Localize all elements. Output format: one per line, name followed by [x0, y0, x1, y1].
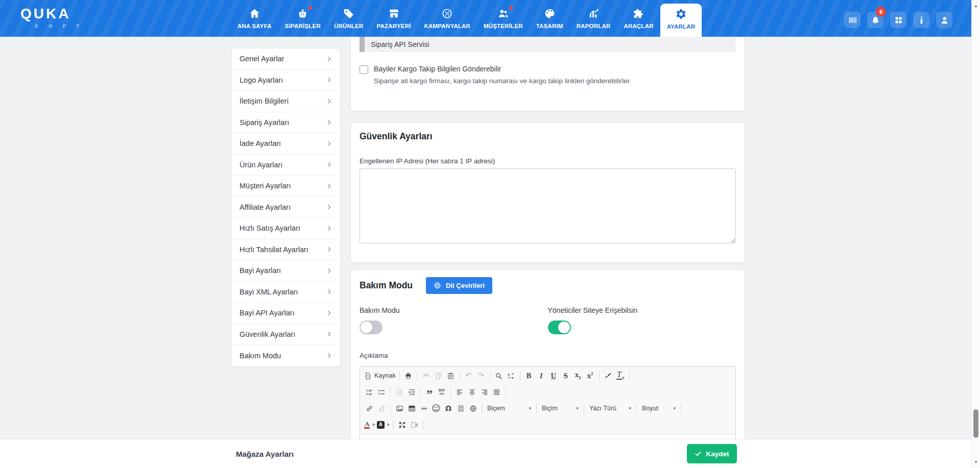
editor-strikethrough-button[interactable]: S [560, 370, 572, 382]
sidebar-item-quick-collection[interactable]: Hızlı Tahsilat Ayarları [232, 239, 340, 261]
nav-item-label: RAPORLAR [577, 23, 611, 29]
sidebar-item-security[interactable]: Güvenlik Ayarları [232, 324, 340, 346]
editor-dropdown-3[interactable]: Boyut▾ [639, 403, 678, 414]
footer-bar: Mağaza Ayarları Kaydet [0, 439, 971, 468]
admins-can-access-toggle[interactable] [548, 321, 571, 334]
editor-smiley-button[interactable]: ☺ [430, 402, 442, 414]
editor-redo-button: ↷ [475, 370, 487, 382]
nav-item-marketplace[interactable]: PAZARYERİ [370, 0, 418, 37]
editor-page-break-button[interactable] [455, 402, 467, 414]
editor-maximize-button[interactable] [396, 418, 408, 431]
editor-justify-button[interactable] [490, 386, 503, 398]
nav-item-label: ARAÇLAR [624, 23, 653, 29]
sidebar-item-label: Bakım Modu [240, 352, 281, 360]
editor-paste-button[interactable] [445, 370, 457, 382]
admins-can-access-field: Yöneticiler Siteye Erişebilsin [548, 306, 736, 334]
editor-underline-button[interactable]: U [547, 370, 560, 382]
page-scrollbar[interactable]: ▲ ▼ [971, 0, 980, 468]
logo[interactable]: QUKA S O F T [20, 7, 84, 29]
sidebar-item-dealer[interactable]: Bayi Ayarları [232, 260, 340, 282]
editor-print-button[interactable] [402, 370, 415, 382]
editor-special-char-button[interactable]: Ω [442, 402, 455, 414]
editor-dropdown-1[interactable]: Biçim▾ [539, 403, 581, 414]
editor-align-center-button[interactable] [466, 386, 478, 398]
editor-horizontal-rule-button[interactable] [418, 402, 430, 414]
nav-item-reports[interactable]: RAPORLAR [570, 0, 617, 37]
profile-button[interactable] [936, 12, 952, 28]
editor-blockquote-button[interactable]: ” [423, 386, 436, 398]
editor-align-left-button[interactable] [453, 386, 466, 398]
info-button[interactable] [913, 12, 929, 28]
editor-dropdown-2[interactable]: Yazı Türü▾ [587, 403, 634, 414]
align-right-icon [481, 388, 488, 396]
nav-item-customers[interactable]: MÜŞTERİLER [477, 0, 530, 37]
sidebar-item-customer[interactable]: Müşteri Ayarları [232, 176, 340, 197]
editor-text-color-button[interactable]: A▾ [363, 418, 376, 431]
editor-bullet-list-button[interactable] [375, 386, 388, 398]
blocked-ip-textarea[interactable] [360, 168, 736, 243]
sidebar-item-dealer-api[interactable]: Bayi API Ayarları [232, 303, 340, 324]
italic-icon: I [540, 372, 543, 380]
sidebar-item-return[interactable]: İade Ayarları [232, 133, 340, 155]
apps-grid-icon [894, 15, 903, 25]
editor-find-button[interactable] [493, 370, 505, 382]
scrollbar-thumb[interactable] [973, 409, 978, 438]
editor-dropdown-0[interactable]: Biçem▾ [485, 403, 534, 414]
editor-replace-button[interactable]: ba [505, 370, 517, 382]
editor-copy-formatting-button[interactable] [602, 370, 614, 382]
sidebar-item-dealer-xml[interactable]: Bayi XML Ayarları [232, 282, 340, 303]
editor-image-button[interactable] [393, 402, 405, 414]
maintenance-mode-toggle[interactable] [360, 321, 383, 334]
editor-italic-button[interactable]: I [535, 370, 547, 382]
editor-bg-color-button[interactable]: A▾ [376, 418, 391, 431]
list-item-order-api-service[interactable]: Sipariş API Servisi [360, 37, 736, 52]
editor-link-button[interactable] [363, 402, 375, 414]
editor-remove-format-button[interactable]: Tx [614, 370, 627, 382]
editor-subscript-button[interactable]: x2 [572, 370, 584, 382]
rich-text-editor: Kaynak✂↶↷baBIUSx2x2Tx12”DIV</>☺ΩBiçem▾Bi… [360, 366, 736, 451]
editor-indent-button[interactable] [405, 386, 418, 398]
barcode-button[interactable] [844, 12, 861, 28]
caret-down-icon: ▾ [372, 422, 375, 427]
nav-item-campaigns[interactable]: KAMPANYALAR [418, 0, 477, 37]
editor-show-blocks-button[interactable] [408, 418, 420, 431]
chevron-right-icon [326, 204, 332, 210]
nav-item-design[interactable]: TASARIM [530, 0, 570, 37]
chevron-right-icon [326, 267, 332, 274]
sidebar-item-general[interactable]: Genel Ayarlar [232, 48, 340, 70]
nav-item-label: AYARLAR [667, 23, 696, 30]
sidebar-item-maintenance[interactable]: Bakım Modu [232, 345, 340, 366]
chevron-right-icon [326, 98, 332, 105]
sidebar-item-quick-sale[interactable]: Hızlı Satış Ayarları [232, 218, 340, 239]
editor-div-container-button[interactable]: DIV</> [436, 386, 448, 398]
nav-item-home[interactable]: ANA SAYFA [231, 0, 278, 37]
maintenance-card: Bakım Modu Dil Çevirileri Bakım ModuYöne… [350, 269, 745, 451]
cargo-tracking-checkbox[interactable] [360, 65, 368, 74]
sidebar-item-affiliate[interactable]: Affiliate Ayarları [232, 197, 340, 218]
scrollbar-up-arrow[interactable]: ▲ [972, 4, 980, 8]
editor-bold-button[interactable]: B [523, 370, 535, 382]
nav-item-products[interactable]: ÜRÜNLER [327, 0, 370, 37]
editor-align-right-button[interactable] [478, 386, 490, 398]
nav-item-label: PAZARYERİ [377, 23, 411, 29]
sidebar-item-order[interactable]: Sipariş Ayarları [232, 112, 340, 134]
language-translations-button[interactable]: Dil Çevirileri [426, 277, 492, 294]
sidebar-item-logo[interactable]: Logo Ayarları [232, 70, 340, 91]
nav-item-tools[interactable]: ARAÇLAR [617, 0, 660, 37]
sidebar-item-contact[interactable]: İletişim Bilgileri [232, 91, 340, 112]
editor-superscript-button[interactable]: x2 [584, 370, 596, 382]
nav-item-settings[interactable]: AYARLAR [660, 4, 702, 37]
editor-ordered-list-button[interactable]: 12 [363, 386, 375, 398]
nav-item-orders[interactable]: SİPARİŞLER [278, 0, 327, 37]
editor-iframe-button[interactable] [467, 402, 479, 414]
sidebar-item-product[interactable]: Ürün Ayarları [232, 155, 340, 176]
chevron-right-icon [326, 140, 332, 147]
save-button[interactable]: Kaydet [687, 444, 737, 463]
editor-source-button[interactable]: Kaynak [363, 370, 397, 382]
apps-button[interactable] [890, 12, 906, 28]
unlink-icon [378, 405, 386, 412]
subscript-icon: x2 [575, 371, 581, 380]
scrollbar-down-arrow[interactable]: ▼ [972, 460, 980, 464]
editor-table-button[interactable] [405, 402, 418, 414]
notifications-button[interactable]: 6 [867, 12, 883, 28]
